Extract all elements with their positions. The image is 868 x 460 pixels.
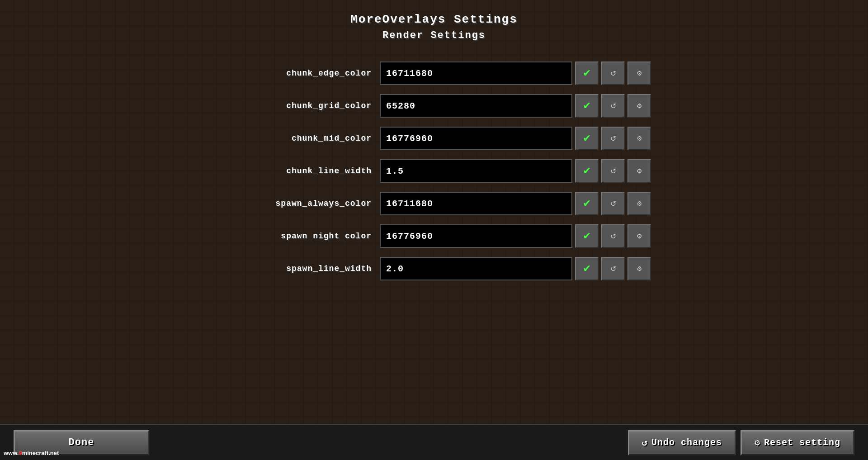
check-button-chunk_line_width[interactable]: ✔ [575,159,599,183]
link-icon-chunk_edge_color: ⚙ [637,70,642,77]
checkmark-icon-chunk_edge_color: ✔ [583,67,591,79]
reset-setting-button[interactable]: ⚙ Reset setting [741,430,854,455]
setting-label-chunk_line_width: chunk_line_width [217,166,380,175]
link-button-spawn_night_color[interactable]: ⚙ [627,224,651,248]
undo-icon-chunk_edge_color: ↺ [610,69,616,78]
setting-input-spawn_night_color[interactable] [380,224,572,248]
checkmark-icon-spawn_line_width: ✔ [583,263,591,275]
setting-row-chunk_line_width: chunk_line_width ✔ ↺ ⚙ [217,157,651,185]
setting-row-spawn_line_width: spawn_line_width ✔ ↺ ⚙ [217,255,651,283]
sub-title: Render Settings [0,30,868,41]
undo-button-spawn_night_color[interactable]: ↺ [601,224,625,248]
checkmark-icon-chunk_line_width: ✔ [583,165,591,177]
check-button-spawn_night_color[interactable]: ✔ [575,224,599,248]
watermark-nine: 9 [19,450,22,456]
checkmark-icon-chunk_mid_color: ✔ [583,133,591,144]
reset-setting-icon: ⚙ [755,437,760,448]
bottom-right-buttons: ↺ Undo changes ⚙ Reset setting [628,430,854,455]
setting-input-chunk_line_width[interactable] [380,159,572,183]
title-area: MoreOverlays Settings Render Settings [0,0,868,50]
setting-label-chunk_grid_color: chunk_grid_color [217,101,380,110]
link-button-chunk_grid_color[interactable]: ⚙ [627,94,651,118]
undo-icon-spawn_night_color: ↺ [610,232,616,241]
setting-label-spawn_always_color: spawn_always_color [217,199,380,208]
check-button-chunk_mid_color[interactable]: ✔ [575,127,599,150]
setting-label-spawn_line_width: spawn_line_width [217,264,380,273]
undo-button-chunk_grid_color[interactable]: ↺ [601,94,625,118]
setting-row-chunk_mid_color: chunk_mid_color ✔ ↺ ⚙ [217,124,651,152]
link-icon-spawn_always_color: ⚙ [637,200,642,207]
settings-area: chunk_edge_color ✔ ↺ ⚙ chunk_grid_color … [217,59,651,283]
link-icon-chunk_mid_color: ⚙ [637,135,642,142]
setting-label-chunk_edge_color: chunk_edge_color [217,69,380,78]
undo-changes-label: Undo changes [651,437,722,448]
bottom-bar: Done ↺ Undo changes ⚙ Reset setting www.… [0,424,868,460]
setting-row-spawn_always_color: spawn_always_color ✔ ↺ ⚙ [217,190,651,218]
link-button-spawn_always_color[interactable]: ⚙ [627,192,651,215]
setting-row-spawn_night_color: spawn_night_color ✔ ↺ ⚙ [217,222,651,250]
undo-changes-icon: ↺ [642,437,648,448]
setting-label-spawn_night_color: spawn_night_color [217,232,380,241]
watermark-mine: minecraft.net [22,450,59,456]
undo-button-spawn_line_width[interactable]: ↺ [601,257,625,280]
link-button-chunk_line_width[interactable]: ⚙ [627,159,651,183]
link-icon-spawn_line_width: ⚙ [637,265,642,272]
undo-icon-spawn_line_width: ↺ [610,265,616,273]
link-button-chunk_mid_color[interactable]: ⚙ [627,127,651,150]
link-icon-chunk_grid_color: ⚙ [637,102,642,109]
link-icon-spawn_night_color: ⚙ [637,232,642,240]
undo-button-spawn_always_color[interactable]: ↺ [601,192,625,215]
main-title: MoreOverlays Settings [0,13,868,26]
setting-row-chunk_edge_color: chunk_edge_color ✔ ↺ ⚙ [217,59,651,87]
setting-input-chunk_edge_color[interactable] [380,62,572,85]
reset-setting-label: Reset setting [764,437,840,448]
watermark-www: www. [4,450,19,456]
checkmark-icon-spawn_night_color: ✔ [583,230,591,242]
link-button-chunk_edge_color[interactable]: ⚙ [627,62,651,85]
undo-icon-chunk_mid_color: ↺ [610,134,616,143]
undo-button-chunk_line_width[interactable]: ↺ [601,159,625,183]
undo-icon-chunk_line_width: ↺ [610,167,616,175]
undo-icon-chunk_grid_color: ↺ [610,102,616,110]
link-icon-chunk_line_width: ⚙ [637,167,642,175]
setting-row-chunk_grid_color: chunk_grid_color ✔ ↺ ⚙ [217,92,651,120]
setting-label-chunk_mid_color: chunk_mid_color [217,134,380,143]
check-button-chunk_grid_color[interactable]: ✔ [575,94,599,118]
checkmark-icon-chunk_grid_color: ✔ [583,100,591,112]
check-button-spawn_always_color[interactable]: ✔ [575,192,599,215]
undo-button-chunk_edge_color[interactable]: ↺ [601,62,625,85]
check-button-spawn_line_width[interactable]: ✔ [575,257,599,280]
link-button-spawn_line_width[interactable]: ⚙ [627,257,651,280]
setting-input-spawn_line_width[interactable] [380,257,572,280]
check-button-chunk_edge_color[interactable]: ✔ [575,62,599,85]
undo-icon-spawn_always_color: ↺ [610,199,616,208]
setting-input-chunk_mid_color[interactable] [380,127,572,150]
setting-input-spawn_always_color[interactable] [380,192,572,215]
setting-input-chunk_grid_color[interactable] [380,94,572,118]
watermark: www.9minecraft.net [4,450,59,456]
undo-button-chunk_mid_color[interactable]: ↺ [601,127,625,150]
undo-changes-button[interactable]: ↺ Undo changes [628,430,736,455]
checkmark-icon-spawn_always_color: ✔ [583,198,591,209]
